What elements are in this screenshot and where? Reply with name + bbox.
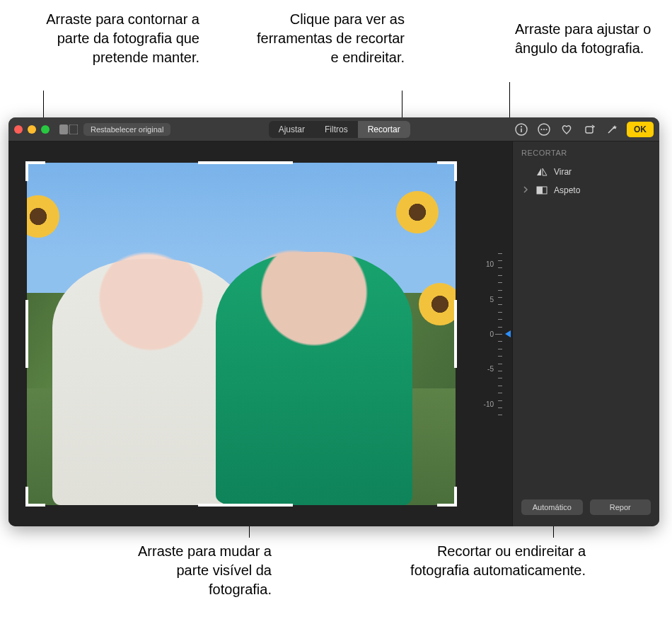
crop-frame[interactable] — [27, 163, 456, 505]
svg-rect-1 — [69, 125, 78, 134]
heart-icon[interactable] — [559, 122, 574, 137]
angle-pointer-icon — [505, 330, 511, 337]
titlebar: Restabelecer original Ajustar Filtros Re… — [8, 117, 659, 141]
crop-handle-top-left[interactable] — [25, 161, 45, 181]
info-icon[interactable] — [514, 122, 529, 137]
callout-crop-tab: Clique para ver as ferramentas de recort… — [248, 10, 405, 67]
flip-icon — [535, 167, 548, 177]
tab-filters[interactable]: Filtros — [315, 121, 358, 138]
canvas-area: 10 5 0 -5 -10 — [8, 141, 512, 526]
straighten-angle-dial[interactable]: 10 5 0 -5 -10 — [471, 242, 509, 426]
photo-decoration — [396, 191, 439, 233]
aspect-row[interactable]: Aspeto — [521, 181, 651, 199]
svg-point-4 — [521, 125, 522, 127]
rotate-icon[interactable] — [581, 122, 597, 137]
callout-angle-dial: Arraste para ajustar o ângulo da fotogra… — [515, 20, 664, 58]
svg-rect-3 — [521, 128, 522, 132]
workspace: 10 5 0 -5 -10 RECORTAR — [8, 141, 659, 526]
photo-decoration — [27, 195, 59, 238]
edit-mode-segmented-control: Ajustar Filtros Recortar — [269, 121, 410, 138]
svg-rect-11 — [537, 187, 543, 194]
flip-row[interactable]: Virar — [521, 163, 651, 181]
svg-point-6 — [540, 128, 542, 129]
flip-label: Virar — [554, 167, 572, 177]
crop-sidebar: RECORTAR Virar Aspeto Automático R — [512, 141, 659, 526]
aspect-icon — [535, 186, 548, 195]
wand-icon[interactable] — [604, 122, 620, 137]
minimize-window-button[interactable] — [28, 125, 36, 134]
view-toggle[interactable] — [59, 125, 78, 134]
crop-handle-left[interactable] — [25, 300, 28, 369]
crop-handle-right[interactable] — [454, 300, 457, 369]
photo-decoration — [419, 283, 456, 325]
svg-rect-0 — [59, 125, 68, 134]
angle-tick-label: -5 — [487, 365, 494, 373]
zoom-window-button[interactable] — [41, 125, 50, 134]
photos-edit-window: Restabelecer original Ajustar Filtros Re… — [8, 117, 659, 526]
angle-tick-label: 10 — [486, 260, 494, 268]
crop-handle-top-right[interactable] — [437, 161, 457, 181]
reset-crop-button[interactable]: Repor — [590, 499, 651, 515]
more-icon[interactable] — [536, 122, 552, 137]
tab-adjust[interactable]: Ajustar — [269, 121, 315, 138]
photo-subject — [216, 252, 413, 505]
svg-point-8 — [545, 128, 547, 129]
angle-tick-label: 0 — [489, 330, 494, 338]
chevron-right-icon — [523, 185, 530, 195]
window-controls — [14, 125, 50, 134]
revert-original-button[interactable]: Restabelecer original — [83, 123, 170, 136]
svg-rect-9 — [586, 127, 593, 133]
angle-tick-label: 5 — [489, 295, 494, 303]
crop-handle-bottom-right[interactable] — [437, 487, 457, 507]
tab-crop[interactable]: Recortar — [358, 121, 410, 138]
callout-drag-photo: Arraste para mudar a parte visível da fo… — [120, 542, 272, 599]
aspect-label: Aspeto — [554, 185, 580, 195]
crop-handle-bottom[interactable] — [198, 504, 292, 507]
done-button[interactable]: OK — [627, 122, 654, 137]
auto-crop-button[interactable]: Automático — [521, 499, 583, 515]
crop-handle-top[interactable] — [198, 161, 292, 164]
photo-content[interactable] — [27, 163, 456, 505]
sidebar-footer: Automático Repor — [521, 492, 651, 519]
svg-point-7 — [543, 128, 545, 129]
callout-crop-handle: Arraste para contornar a parte da fotogr… — [33, 10, 199, 67]
angle-tick-label: -10 — [484, 400, 494, 407]
close-window-button[interactable] — [14, 125, 23, 134]
callout-auto-button: Recortar ou endireitar a fotografia auto… — [402, 542, 586, 580]
leader-line — [402, 91, 402, 120]
sidebar-heading: RECORTAR — [521, 149, 651, 157]
crop-handle-bottom-left[interactable] — [25, 487, 45, 507]
